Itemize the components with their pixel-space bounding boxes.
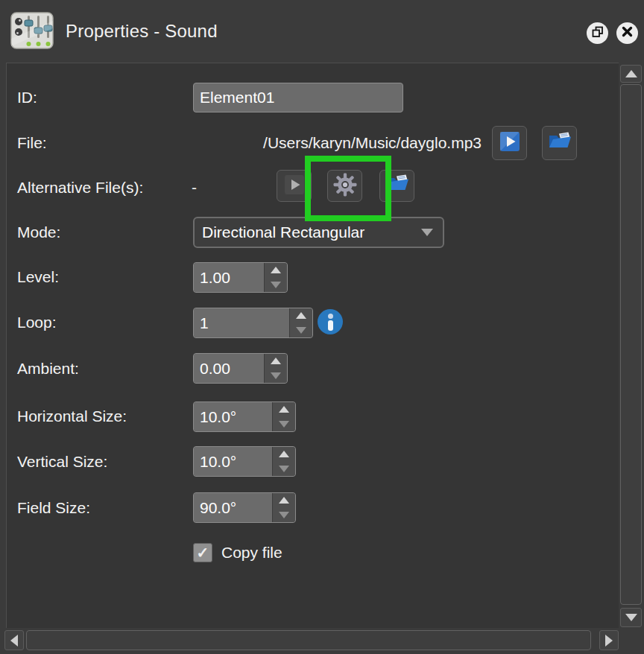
field-size-input[interactable] [194,493,272,522]
loop-label: Loop: [17,312,57,333]
level-increment-button[interactable] [265,263,287,278]
alternative-files-label: Alternative File(s): [17,177,143,198]
spin-up-icon [279,406,289,413]
horizontal-size-spinner [193,401,296,432]
close-icon [622,26,633,40]
copy-file-label: Copy file [221,542,282,563]
arrow-left-icon [10,635,18,647]
loop-increment-button[interactable] [290,308,312,323]
ambient-spinner [193,353,288,384]
play-icon [499,130,521,156]
file-label: File: [17,133,47,153]
level-spinner [193,262,288,293]
spin-up-icon [271,358,281,364]
level-spin-buttons [264,263,287,292]
browse-alternative-button[interactable] [379,170,414,202]
checkmark-icon: ✓ [197,544,209,562]
field-size-decrement-button[interactable] [273,508,295,523]
horizontal-scrollbar-thumb[interactable] [26,630,591,650]
vertical-scrollbar-thumb[interactable] [620,84,642,605]
horizontal-size-decrement-button[interactable] [273,417,295,432]
mode-label: Mode: [17,222,60,243]
loop-spin-buttons [289,308,312,337]
spin-up-icon [279,497,289,504]
copy-file-checkbox[interactable]: ✓ [193,543,212,562]
ambient-input[interactable] [194,354,264,383]
spin-down-icon [279,421,289,428]
ambient-increment-button[interactable] [265,354,287,369]
id-input[interactable] [193,83,403,112]
field-size-label: Field Size: [17,498,90,518]
loop-input[interactable] [194,308,289,337]
play-file-button[interactable] [492,126,527,160]
id-label: ID: [17,87,37,108]
horizontal-size-label: Horizontal Size: [17,406,127,427]
mixer-icon [10,12,54,49]
level-input[interactable] [194,263,264,292]
spin-down-icon [271,372,281,379]
browse-file-button[interactable] [542,126,577,160]
float-window-button[interactable] [587,22,608,44]
spin-up-icon [296,312,306,319]
horizontal-size-spin-buttons [272,402,295,431]
window-title: Properties - Sound [66,0,218,63]
open-folder-icon [385,174,409,197]
play-disabled-icon [283,174,306,199]
vertical-size-input[interactable] [194,447,272,476]
loop-info-icon[interactable] [318,309,343,334]
float-window-icon [591,25,604,41]
open-folder-icon [548,132,572,155]
scroll-up-button[interactable] [620,65,642,83]
arrow-right-icon [605,635,613,647]
horizontal-size-input[interactable] [194,402,272,431]
play-alternative-button[interactable] [277,170,312,202]
spin-down-icon [271,282,281,288]
level-label: Level: [17,267,59,288]
horizontal-size-increment-button[interactable] [273,402,295,417]
loop-spinner [193,308,313,338]
alternative-files-value: - [192,177,197,198]
vertical-size-label: Vertical Size: [17,451,107,472]
chevron-down-icon [421,229,433,236]
ambient-spin-buttons [264,354,287,383]
ambient-decrement-button[interactable] [265,369,287,384]
vertical-scrollbar[interactable] [620,63,642,628]
scroll-right-button[interactable] [599,630,619,650]
vertical-size-decrement-button[interactable] [273,462,295,477]
alternative-settings-button[interactable] [327,170,362,202]
gear-icon [333,173,357,200]
vertical-size-spin-buttons [272,447,295,476]
mode-dropdown[interactable]: Directional Rectangular [193,217,444,248]
field-size-spinner [193,492,296,523]
scroll-down-button[interactable] [620,608,642,627]
loop-decrement-button[interactable] [290,323,312,338]
arrow-up-icon [625,70,637,77]
ambient-label: Ambient: [17,358,79,379]
spin-down-icon [279,466,289,472]
spin-up-icon [271,267,281,273]
field-size-increment-button[interactable] [273,493,295,508]
file-path: /Users/karyn/Music/dayglo.mp3 [81,133,482,153]
close-button[interactable] [616,22,638,44]
arrow-down-icon [625,614,637,621]
spin-up-icon [279,451,289,457]
field-size-spin-buttons [272,493,295,522]
spin-down-icon [296,327,306,334]
level-decrement-button[interactable] [265,278,287,293]
properties-panel: ID: File: /Users/karyn/Music/dayglo.mp3 … [6,63,619,628]
vertical-size-spinner [193,446,296,477]
titlebar: Properties - Sound [0,0,644,63]
horizontal-scrollbar[interactable] [3,629,619,651]
scroll-left-button[interactable] [4,630,24,650]
mode-selected-value: Directional Rectangular [202,223,364,241]
spin-down-icon [279,512,289,518]
vertical-size-increment-button[interactable] [273,447,295,462]
